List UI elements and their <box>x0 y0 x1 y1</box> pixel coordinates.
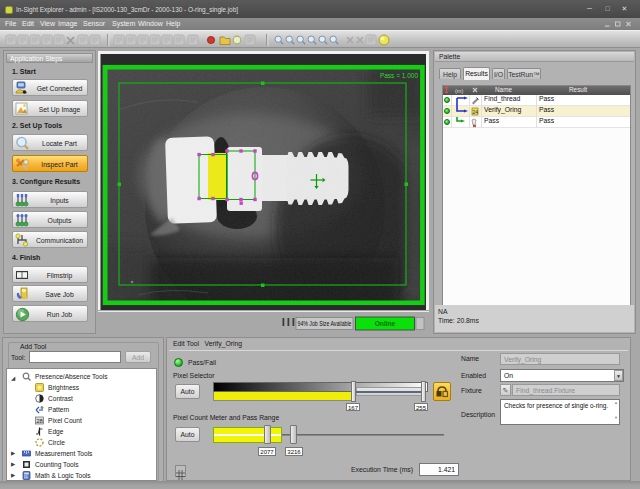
svg-text:(m): (m) <box>455 88 463 94</box>
svg-text:Pass = 1.000: Pass = 1.000 <box>380 72 419 79</box>
svg-text:24: 24 <box>473 109 479 115</box>
svg-text:Online: Online <box>375 320 396 327</box>
svg-text:28: 28 <box>36 418 43 424</box>
svg-text:94% Job Size Available: 94% Job Size Available <box>298 320 352 327</box>
